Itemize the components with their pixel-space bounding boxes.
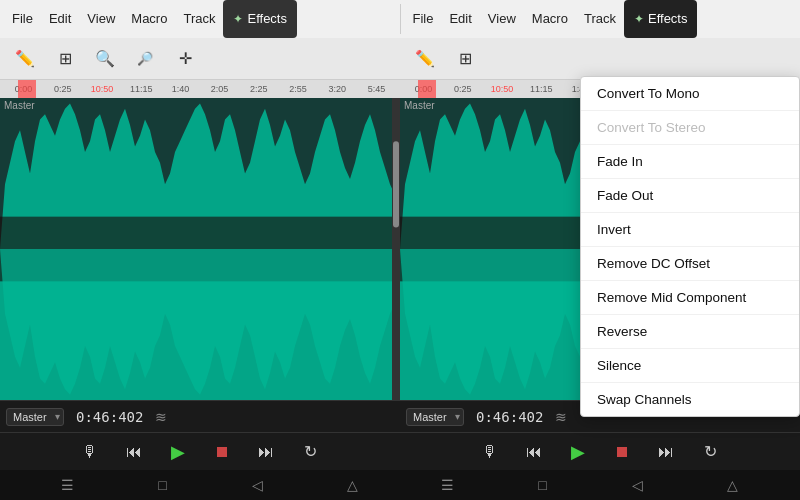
main-content: ✏️ ⊞ 🔍 🔎 ✛ 0:00 0:25 10:50 11:15 1:40 2:…: [0, 38, 800, 470]
system-bar: ☰ □ ◁ △ ☰ □ ◁ △: [0, 470, 800, 500]
right-toolbar: ✏️ ⊞: [400, 38, 800, 80]
left-playhead: [18, 80, 36, 98]
tool-move-left[interactable]: ✛: [168, 44, 202, 74]
tool-zoom-in-left[interactable]: 🔍: [88, 44, 122, 74]
sys-back-btn[interactable]: ◁: [244, 471, 272, 499]
right-play-btn[interactable]: ▶: [562, 436, 594, 468]
menu-view-left[interactable]: View: [79, 0, 123, 38]
dropdown-item-fade-out[interactable]: Fade Out: [581, 179, 799, 213]
left-forward-btn[interactable]: ⏭: [250, 436, 282, 468]
tool-crop-right[interactable]: ⊞: [448, 44, 482, 74]
left-stop-btn[interactable]: ⏹: [206, 436, 238, 468]
right-playback-bar: 🎙 ⏮ ▶ ⏹ ⏭ ↻: [400, 432, 800, 470]
left-track-select-wrap[interactable]: Master: [6, 408, 64, 426]
right-rewind-btn[interactable]: ⏮: [518, 436, 550, 468]
menu-file-right[interactable]: File: [405, 0, 442, 38]
right-mic-btn[interactable]: 🎙: [474, 436, 506, 468]
left-toolbar: ✏️ ⊞ 🔍 🔎 ✛: [0, 38, 400, 80]
left-waveform-svg: [0, 98, 400, 400]
tool-zoom-out-left[interactable]: 🔎: [128, 44, 162, 74]
fx-icon-left: ✦: [233, 0, 243, 38]
sys-square-btn-2[interactable]: □: [529, 471, 557, 499]
tool-pencil-right[interactable]: ✏️: [408, 44, 442, 74]
sys-square-btn[interactable]: □: [149, 471, 177, 499]
left-wave-icon: ≋: [155, 409, 167, 425]
sys-home-btn-2[interactable]: △: [719, 471, 747, 499]
left-track-select[interactable]: Master: [6, 408, 64, 426]
left-panel: ✏️ ⊞ 🔍 🔎 ✛ 0:00 0:25 10:50 11:15 1:40 2:…: [0, 38, 400, 470]
dropdown-item-swap-channels[interactable]: Swap Channels: [581, 383, 799, 416]
right-wave-icon: ≋: [555, 409, 567, 425]
right-loop-btn[interactable]: ↻: [694, 436, 726, 468]
right-forward-btn[interactable]: ⏭: [650, 436, 682, 468]
menu-effects-left[interactable]: ✦ Effects: [223, 0, 297, 38]
left-playback-bar: 🎙 ⏮ ▶ ⏹ ⏭ ↻: [0, 432, 400, 470]
right-time-display: 0:46:402: [476, 409, 543, 425]
dropdown-item-invert[interactable]: Invert: [581, 213, 799, 247]
fx-icon-right: ✦: [634, 0, 644, 38]
left-ruler-marks: 0:00 0:25 10:50 11:15 1:40 2:05 2:25 2:5…: [4, 84, 396, 94]
dropdown-item-convert-stereo: Convert To Stereo: [581, 111, 799, 145]
right-panel-menu: File Edit View Macro Track ✦ Effects: [401, 0, 801, 38]
svg-rect-4: [393, 141, 399, 227]
sys-back-btn-2[interactable]: ◁: [624, 471, 652, 499]
right-panel: ✏️ ⊞ 0:00 0:25 10:50 11:15 1:40 2:05 2:2…: [400, 38, 800, 470]
left-time-display: 0:46:402: [76, 409, 143, 425]
sys-home-btn[interactable]: △: [339, 471, 367, 499]
right-track-label: Master: [404, 100, 435, 111]
tool-crop-left[interactable]: ⊞: [48, 44, 82, 74]
dropdown-item-convert-mono[interactable]: Convert To Mono: [581, 77, 799, 111]
right-stop-btn[interactable]: ⏹: [606, 436, 638, 468]
dropdown-item-fade-in[interactable]: Fade In: [581, 145, 799, 179]
dropdown-item-silence[interactable]: Silence: [581, 349, 799, 383]
dropdown-item-remove-mid[interactable]: Remove Mid Component: [581, 281, 799, 315]
left-track-label: Master: [4, 100, 35, 111]
dropdown-item-reverse[interactable]: Reverse: [581, 315, 799, 349]
menu-edit-left[interactable]: Edit: [41, 0, 79, 38]
left-rewind-btn[interactable]: ⏮: [118, 436, 150, 468]
top-menubar: File Edit View Macro Track ✦ Effects Fil…: [0, 0, 800, 38]
left-ruler: 0:00 0:25 10:50 11:15 1:40 2:05 2:25 2:5…: [0, 80, 400, 98]
right-track-select-wrap[interactable]: Master: [406, 408, 464, 426]
menu-macro-left[interactable]: Macro: [123, 0, 175, 38]
menu-track-left[interactable]: Track: [175, 0, 223, 38]
menu-view-right[interactable]: View: [480, 0, 524, 38]
menu-macro-right[interactable]: Macro: [524, 0, 576, 38]
menu-file-left[interactable]: File: [4, 0, 41, 38]
left-bottom-bar: Master 0:46:402 ≋: [0, 400, 400, 432]
tool-pencil-left[interactable]: ✏️: [8, 44, 42, 74]
effects-dropdown: Convert To Mono Convert To Stereo Fade I…: [580, 76, 800, 417]
app-container: File Edit View Macro Track ✦ Effects Fil…: [0, 0, 800, 500]
sys-menu-btn[interactable]: ☰: [54, 471, 82, 499]
sys-menu-btn-2[interactable]: ☰: [434, 471, 462, 499]
left-panel-menu: File Edit View Macro Track ✦ Effects: [0, 0, 400, 38]
left-play-btn[interactable]: ▶: [162, 436, 194, 468]
menu-effects-right[interactable]: ✦ Effects: [624, 0, 698, 38]
left-mic-btn[interactable]: 🎙: [74, 436, 106, 468]
menu-edit-right[interactable]: Edit: [441, 0, 479, 38]
right-track-select[interactable]: Master: [406, 408, 464, 426]
left-loop-btn[interactable]: ↻: [294, 436, 326, 468]
dropdown-item-remove-dc[interactable]: Remove DC Offset: [581, 247, 799, 281]
left-waveform[interactable]: Master: [0, 98, 400, 400]
right-playhead: [418, 80, 436, 98]
menu-track-right[interactable]: Track: [576, 0, 624, 38]
